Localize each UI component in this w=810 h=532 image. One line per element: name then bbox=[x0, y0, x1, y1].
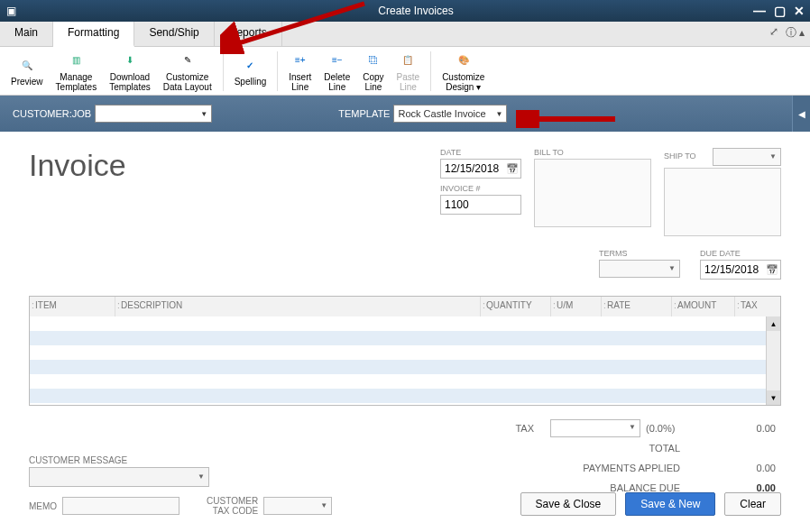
palette-icon: 🎨 bbox=[458, 50, 469, 70]
col-um: U/M bbox=[551, 297, 602, 316]
customer-job-label: CUSTOMER:JOB bbox=[13, 108, 91, 119]
ship-to-box[interactable] bbox=[664, 168, 781, 236]
chevron-left-icon: ◀ bbox=[798, 109, 805, 119]
download-templates-label: Download Templates bbox=[109, 72, 151, 92]
copy-line-icon: ⿻ bbox=[369, 50, 378, 70]
col-rate: RATE bbox=[602, 297, 672, 316]
date-input[interactable]: 12/15/2018 bbox=[440, 159, 521, 179]
ship-to-dropdown[interactable] bbox=[713, 148, 781, 166]
tax-label: TAX bbox=[402, 423, 545, 434]
customer-message-label: CUSTOMER MESSAGE bbox=[29, 455, 332, 465]
ship-to-label: SHIP TO bbox=[664, 151, 696, 161]
template-dropdown[interactable]: Rock Castle Invoice bbox=[393, 105, 507, 123]
paste-line-button[interactable]: 📋 Paste Line bbox=[391, 49, 426, 94]
col-description: DESCRIPTION bbox=[115, 297, 481, 316]
customize-data-layout-button[interactable]: ✎ Customize Data Layout bbox=[158, 49, 217, 94]
template-label: TEMPLATE bbox=[338, 108, 390, 119]
clear-button[interactable]: Clear bbox=[724, 492, 781, 516]
magnifier-icon: 🔍 bbox=[22, 55, 32, 75]
payments-applied-value: 0.00 bbox=[691, 463, 781, 473]
customize-data-layout-label: Customize Data Layout bbox=[163, 72, 212, 92]
customer-message-dropdown[interactable] bbox=[29, 467, 209, 487]
due-date-value: 12/15/2018 bbox=[704, 263, 759, 276]
col-quantity: QUANTITY bbox=[481, 297, 551, 316]
customer-tax-code-dropdown[interactable] bbox=[263, 497, 332, 515]
copy-line-label: Copy Line bbox=[363, 72, 383, 92]
spelling-button[interactable]: ✓ Spelling bbox=[229, 53, 272, 88]
delete-line-label: Delete Line bbox=[324, 72, 350, 92]
download-templates-button[interactable]: ⬇ Download Templates bbox=[104, 49, 156, 94]
copy-line-button[interactable]: ⿻ Copy Line bbox=[357, 49, 389, 94]
table-row[interactable] bbox=[30, 331, 780, 345]
col-tax: TAX bbox=[735, 297, 780, 316]
preview-label: Preview bbox=[11, 77, 43, 87]
delete-line-icon: ≡− bbox=[332, 50, 343, 70]
save-close-button[interactable]: Save & Close bbox=[520, 492, 617, 516]
separator bbox=[277, 51, 278, 91]
templates-icon: ▥ bbox=[72, 50, 80, 70]
preview-button[interactable]: 🔍 Preview bbox=[5, 53, 49, 88]
minimize-button[interactable]: — bbox=[752, 4, 767, 18]
expand-icon[interactable]: ⤢ bbox=[769, 25, 778, 41]
scrollbar[interactable]: ▲ ▼ bbox=[766, 316, 780, 405]
separator bbox=[223, 51, 224, 91]
table-row[interactable] bbox=[30, 389, 780, 403]
titlebar: ▣ Create Invoices — ▢ ✕ bbox=[0, 0, 810, 22]
invoice-num-value: 1100 bbox=[445, 198, 469, 211]
tax-dropdown[interactable] bbox=[550, 419, 640, 437]
date-label: DATE bbox=[440, 148, 521, 157]
date-value: 12/15/2018 bbox=[445, 162, 499, 175]
window-menu-icon[interactable]: ▣ bbox=[0, 5, 22, 17]
tab-sendship[interactable]: Send/Ship bbox=[134, 22, 214, 46]
tab-main[interactable]: Main bbox=[0, 22, 53, 46]
table-header: ITEM DESCRIPTION QUANTITY U/M RATE AMOUN… bbox=[30, 297, 780, 316]
customize-design-label: Customize Design ▾ bbox=[442, 72, 484, 92]
customer-job-dropdown[interactable] bbox=[95, 105, 212, 123]
help-icon[interactable]: ⓘ ▴ bbox=[786, 25, 805, 41]
col-amount: AMOUNT bbox=[672, 297, 735, 316]
ribbon: 🔍 Preview ▥ Manage Templates ⬇ Download … bbox=[0, 47, 810, 96]
ribbon-tabs: Main Formatting Send/Ship Reports ⤢ ⓘ ▴ bbox=[0, 22, 810, 47]
manage-templates-label: Manage Templates bbox=[56, 72, 97, 92]
download-icon: ⬇ bbox=[126, 50, 133, 70]
customer-bar: CUSTOMER:JOB TEMPLATE Rock Castle Invoic… bbox=[0, 96, 810, 132]
window-title: Create Invoices bbox=[22, 5, 810, 17]
memo-input[interactable] bbox=[62, 497, 179, 515]
table-body[interactable]: ▲ ▼ bbox=[30, 316, 780, 405]
terms-label: TERMS bbox=[599, 249, 680, 258]
customer-tax-code-label: CUSTOMER TAX CODE bbox=[207, 496, 258, 516]
close-button[interactable]: ✕ bbox=[792, 4, 806, 18]
separator bbox=[430, 51, 431, 91]
table-row[interactable] bbox=[30, 316, 780, 331]
table-row[interactable] bbox=[30, 374, 780, 389]
due-date-input[interactable]: 12/15/2018 bbox=[700, 260, 781, 280]
manage-templates-button[interactable]: ▥ Manage Templates bbox=[51, 49, 103, 94]
spelling-label: Spelling bbox=[235, 77, 267, 87]
tab-reports[interactable]: Reports bbox=[215, 22, 282, 46]
invoice-title: Invoice bbox=[29, 148, 126, 236]
invoice-num-label: INVOICE # bbox=[440, 184, 521, 193]
paste-line-label: Paste Line bbox=[397, 72, 420, 92]
scroll-down-button[interactable]: ▼ bbox=[767, 390, 780, 405]
paste-line-icon: 📋 bbox=[402, 50, 413, 70]
tab-formatting[interactable]: Formatting bbox=[53, 22, 134, 47]
spellcheck-icon: ✓ bbox=[246, 55, 253, 75]
tax-amount: 0.00 bbox=[691, 423, 781, 434]
delete-line-button[interactable]: ≡− Delete Line bbox=[318, 49, 355, 94]
terms-dropdown[interactable] bbox=[599, 260, 680, 278]
table-row[interactable] bbox=[30, 345, 780, 360]
total-label: TOTAL bbox=[402, 443, 691, 454]
col-item: ITEM bbox=[30, 297, 115, 316]
insert-line-icon: ≡+ bbox=[295, 50, 306, 70]
insert-line-button[interactable]: ≡+ Insert Line bbox=[283, 49, 317, 94]
scroll-up-button[interactable]: ▲ bbox=[767, 316, 780, 331]
flyout-toggle[interactable]: ◀ bbox=[792, 96, 810, 132]
bill-to-box[interactable] bbox=[534, 159, 651, 227]
pencil-icon: ✎ bbox=[184, 50, 191, 70]
save-new-button[interactable]: Save & New bbox=[625, 492, 715, 516]
customize-design-button[interactable]: 🎨 Customize Design ▾ bbox=[437, 49, 490, 94]
invoice-num-input[interactable]: 1100 bbox=[440, 195, 521, 215]
table-row[interactable] bbox=[30, 360, 780, 374]
maximize-button[interactable]: ▢ bbox=[772, 4, 787, 18]
template-value: Rock Castle Invoice bbox=[398, 108, 485, 119]
